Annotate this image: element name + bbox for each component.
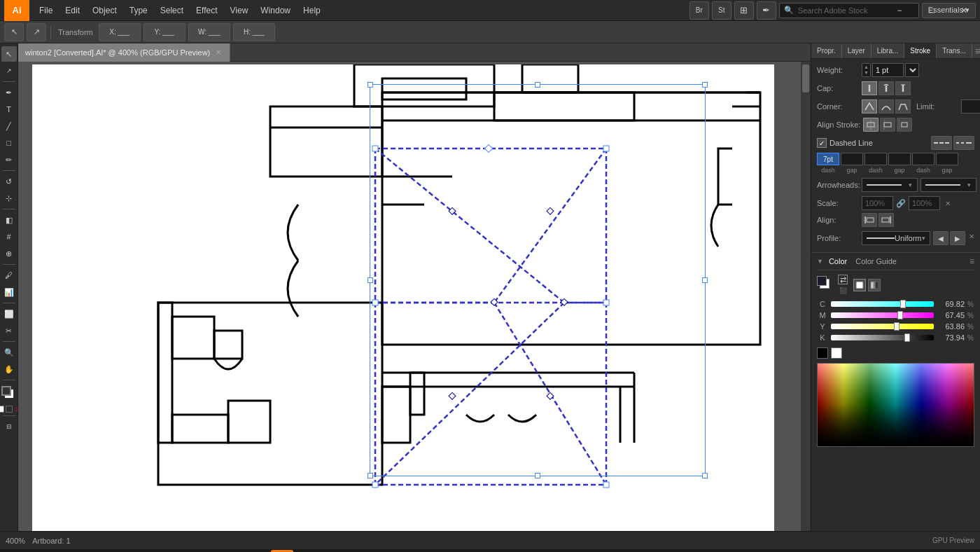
align-center-btn[interactable]	[863, 118, 878, 132]
weight-unit-select[interactable]: pt	[905, 63, 919, 77]
fill-color-swatch[interactable]	[817, 276, 835, 294]
profile-x-btn[interactable]: ✕	[967, 231, 976, 241]
mesh-tool[interactable]: #	[1, 229, 17, 244]
projecting-cap-btn[interactable]	[895, 81, 911, 95]
maximize-button[interactable]: □	[916, 0, 948, 21]
align-right-btn[interactable]	[878, 213, 894, 227]
tab-close-button[interactable]: ✕	[214, 48, 223, 57]
chart-tool[interactable]: 📊	[1, 284, 17, 300]
adjust-dashes-btn[interactable]	[953, 136, 974, 150]
menu-window[interactable]: Window	[255, 3, 296, 18]
selection-tool[interactable]: ↖	[1, 46, 17, 62]
color-collapse-icon[interactable]: ▼	[817, 258, 823, 265]
profile-next-btn[interactable]: ▶	[950, 231, 965, 245]
scale-tool[interactable]: ⊹	[1, 191, 17, 206]
color-tab[interactable]: Color	[826, 256, 850, 267]
profile-prev-btn[interactable]: ◀	[933, 231, 948, 245]
bridge-button[interactable]: Br	[690, 1, 709, 20]
direct-select-btn[interactable]: ↗	[27, 23, 46, 41]
slice-tool[interactable]: ✂	[1, 323, 17, 338]
scale-x-btn[interactable]: ✕	[943, 198, 953, 208]
k-slider[interactable]	[831, 335, 934, 340]
fill-stroke-swatch[interactable]	[1, 386, 17, 401]
white-swatch[interactable]	[831, 347, 842, 359]
arrowhead-end[interactable]: ▾	[920, 178, 976, 192]
weight-input[interactable]	[872, 63, 904, 77]
scale-input-1[interactable]	[862, 196, 893, 210]
gap-3-input[interactable]	[936, 153, 958, 165]
libraries-button[interactable]: ⊞	[734, 1, 754, 20]
w-size[interactable]: W: ___	[188, 23, 230, 41]
swap-colors-btn[interactable]: ⇄	[838, 275, 848, 284]
properties-tab[interactable]: Propr.	[811, 43, 842, 58]
menu-select[interactable]: Select	[155, 3, 189, 18]
type-tool[interactable]: T	[1, 102, 17, 117]
menu-file[interactable]: File	[34, 3, 58, 18]
pen-tool-button[interactable]: ✒	[757, 1, 776, 20]
menu-help[interactable]: Help	[298, 3, 326, 18]
menu-object[interactable]: Object	[87, 3, 122, 18]
select-tool-btn[interactable]: ↖	[4, 23, 24, 41]
gradient-tool[interactable]: ◧	[1, 212, 17, 228]
menu-edit[interactable]: Edit	[59, 3, 85, 18]
round-cap-btn[interactable]	[878, 81, 894, 95]
stock-button[interactable]: St	[712, 1, 732, 20]
limit-input[interactable]: 10	[961, 99, 980, 113]
color-spectrum[interactable]	[817, 363, 974, 447]
dash-3-input[interactable]	[912, 153, 934, 165]
panel-menu-icon[interactable]: ≡	[975, 46, 980, 57]
c-slider[interactable]	[831, 301, 934, 307]
vertical-scrollbar[interactable]	[801, 62, 811, 531]
dashed-line-checkbox[interactable]: ✓	[817, 138, 827, 148]
scrollbar-thumb[interactable]	[802, 64, 809, 92]
scale-link-icon[interactable]: 🔗	[896, 199, 906, 208]
transform-tab[interactable]: Trans...	[937, 43, 972, 58]
normal-mode-btn[interactable]	[0, 406, 4, 413]
y-slider[interactable]	[831, 324, 934, 329]
stroke-tab[interactable]: Stroke	[904, 43, 937, 58]
default-colors-btn[interactable]: ⬛	[838, 286, 848, 296]
profile-select[interactable]: Uniform ▾	[862, 231, 930, 245]
round-corner-btn[interactable]	[878, 99, 894, 113]
align-inside-btn[interactable]	[880, 118, 895, 132]
gap-2-input[interactable]	[888, 153, 911, 165]
libraries-tab[interactable]: Libra...	[872, 43, 905, 58]
menu-view[interactable]: View	[225, 3, 254, 18]
m-slider[interactable]	[831, 312, 934, 318]
gradient-mode-btn[interactable]	[6, 406, 13, 413]
color-panel-menu-icon[interactable]: ≡	[969, 256, 974, 266]
gap-1-input[interactable]	[841, 153, 863, 165]
align-outside-btn[interactable]	[897, 118, 912, 132]
menu-effect[interactable]: Effect	[190, 3, 223, 18]
x-coord[interactable]: X: ___	[99, 23, 141, 41]
color-guide-tab[interactable]: Color Guide	[853, 256, 899, 267]
dash-1-input[interactable]	[817, 153, 839, 165]
miter-corner-btn[interactable]	[862, 99, 877, 113]
pencil-tool[interactable]: ✏	[1, 152, 17, 167]
menu-type[interactable]: Type	[124, 3, 153, 18]
eyedropper-tool[interactable]: 🖋	[1, 268, 17, 283]
align-left-btn[interactable]	[862, 213, 877, 227]
pen-tool[interactable]: ✒	[1, 85, 17, 100]
line-tool[interactable]: ╱	[1, 118, 17, 134]
scale-input-2[interactable]	[909, 196, 940, 210]
screen-mode-btn[interactable]: ⊟	[1, 419, 17, 434]
dash-2-input[interactable]	[864, 153, 887, 165]
arrowhead-start[interactable]: ▾	[862, 178, 918, 192]
minimize-button[interactable]: −	[883, 0, 916, 21]
black-swatch[interactable]	[817, 347, 828, 359]
gradient-type-btn[interactable]	[868, 279, 881, 291]
preserve-dashes-btn[interactable]	[931, 136, 952, 150]
rotate-tool[interactable]: ↺	[1, 174, 17, 189]
artboard-tool[interactable]: ⬜	[1, 306, 17, 322]
layers-tab[interactable]: Layer	[842, 43, 872, 58]
hand-tool[interactable]: ✋	[1, 361, 17, 377]
butt-cap-btn[interactable]	[862, 81, 877, 95]
zoom-tool[interactable]: 🔍	[1, 345, 17, 360]
h-size[interactable]: H: ___	[233, 23, 275, 41]
bevel-corner-btn[interactable]	[895, 99, 911, 113]
solid-color-btn[interactable]	[853, 279, 866, 291]
y-coord[interactable]: Y: ___	[144, 23, 186, 41]
rect-tool[interactable]: □	[1, 135, 17, 151]
close-button[interactable]: ✕	[948, 0, 980, 21]
